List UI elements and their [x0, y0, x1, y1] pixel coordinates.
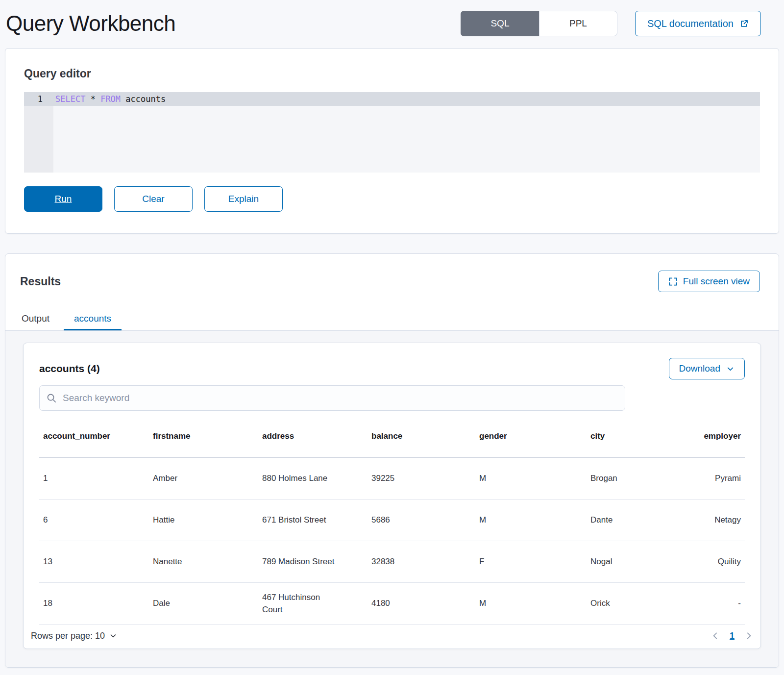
next-page-button[interactable]: [744, 631, 753, 640]
column-header-city: city: [587, 416, 698, 457]
table-cell: 4180: [368, 582, 475, 624]
column-header-balance: balance: [368, 416, 475, 457]
tab-accounts[interactable]: accounts: [64, 307, 122, 330]
run-button[interactable]: Run: [24, 186, 102, 212]
table-cell: 671 Bristol Street: [258, 499, 368, 541]
external-link-icon: [739, 19, 749, 28]
code-token-plain: accounts: [121, 94, 166, 104]
table-row: 18Dale467 Hutchinson Court4180MOrick-: [39, 582, 745, 624]
editor-button-row: Run Clear Explain: [24, 186, 760, 212]
column-header-employer: employer: [698, 416, 745, 457]
table-cell: 18: [39, 582, 149, 624]
table-cell: Nanette: [149, 541, 258, 582]
pagination-bar: Rows per page: 10 1: [31, 625, 753, 649]
tab-output[interactable]: Output: [11, 307, 60, 330]
table-cell: 13: [39, 541, 149, 582]
results-table: account_numberfirstnameaddressbalancegen…: [39, 416, 745, 625]
sql-documentation-label: SQL documentation: [647, 18, 734, 29]
table-cell: 467 Hutchinson Court: [258, 582, 368, 624]
panel-gap: [5, 234, 779, 253]
fullscreen-icon: [668, 277, 678, 286]
rows-per-page-label: Rows per page: 10: [31, 631, 105, 641]
top-bar: Query Workbench SQLPPL SQL documentation: [5, 0, 779, 48]
table-cell: 789 Madison Street: [258, 541, 368, 582]
editor-active-line: 1 SELECT * FROM accounts: [24, 92, 760, 106]
table-cell: Netagy: [698, 499, 745, 541]
table-row: 1Amber880 Holmes Lane39225MBroganPyrami: [39, 457, 745, 499]
previous-page-button[interactable]: [711, 631, 720, 640]
language-toggle-ppl[interactable]: PPL: [539, 11, 617, 36]
table-cell: Dale: [149, 582, 258, 624]
table-row: 6Hattie671 Bristol Street5686MDanteNetag…: [39, 499, 745, 541]
rows-per-page-selector[interactable]: Rows per page: 10: [31, 631, 117, 641]
code-token-plain: *: [85, 94, 100, 104]
table-row: 13Nanette789 Madison Street32838FNogalQu…: [39, 541, 745, 582]
column-header-address: address: [258, 416, 368, 457]
table-cell: Quility: [698, 541, 745, 582]
language-toggle-group: SQLPPL: [461, 11, 617, 36]
table-cell: Brogan: [587, 457, 698, 499]
table-cell: -: [698, 582, 745, 624]
table-cell: Hattie: [149, 499, 258, 541]
table-cell: 6: [39, 499, 149, 541]
full-screen-view-label: Full screen view: [683, 276, 750, 287]
code-token-keyword: SELECT: [55, 94, 85, 104]
results-body: accounts (4) Download: [5, 331, 779, 667]
table-header: account_numberfirstnameaddressbalancegen…: [39, 416, 745, 457]
sql-code-line: SELECT * FROM accounts: [53, 92, 166, 106]
table-cell: Orick: [587, 582, 698, 624]
page-controls: 1: [711, 631, 753, 641]
sql-documentation-button[interactable]: SQL documentation: [635, 11, 761, 36]
table-cell: M: [475, 499, 587, 541]
explain-button[interactable]: Explain: [204, 186, 283, 212]
code-token-keyword: FROM: [100, 94, 121, 104]
table-card-title: accounts (4): [39, 363, 100, 375]
page-title: Query Workbench: [6, 11, 461, 36]
line-number: 1: [24, 92, 53, 106]
search-icon: [47, 393, 57, 403]
chevron-down-icon: [726, 365, 735, 373]
accounts-table-card: accounts (4) Download: [23, 343, 761, 649]
full-screen-view-button[interactable]: Full screen view: [658, 271, 760, 292]
sql-editor[interactable]: 1 SELECT * FROM accounts: [24, 92, 760, 173]
table-cell: 39225: [368, 457, 475, 499]
table-cell: 32838: [368, 541, 475, 582]
page-number[interactable]: 1: [730, 631, 735, 641]
download-button[interactable]: Download: [669, 358, 745, 379]
language-toggle-sql[interactable]: SQL: [461, 11, 539, 36]
table-cell: M: [475, 457, 587, 499]
editor-gutter: [24, 106, 53, 173]
table-card-header: accounts (4) Download: [39, 357, 745, 380]
table-cell: 1: [39, 457, 149, 499]
results-header: Results Full screen view: [5, 254, 779, 292]
search-box: [39, 385, 625, 411]
query-editor-heading: Query editor: [24, 67, 760, 80]
results-heading: Results: [20, 275, 61, 288]
query-editor-panel: Query editor 1 SELECT * FROM accounts Ru…: [5, 48, 779, 234]
table-cell: 880 Holmes Lane: [258, 457, 368, 499]
table-cell: Pyrami: [698, 457, 745, 499]
download-label: Download: [679, 363, 721, 374]
search-input[interactable]: [63, 393, 618, 403]
column-header-gender: gender: [475, 416, 587, 457]
table-cell: Dante: [587, 499, 698, 541]
column-header-firstname: firstname: [149, 416, 258, 457]
query-workbench-page: Query Workbench SQLPPL SQL documentation…: [0, 0, 784, 668]
table-cell: M: [475, 582, 587, 624]
chevron-down-icon: [109, 632, 117, 640]
table-cell: Amber: [149, 457, 258, 499]
results-panel: Results Full screen view Outputaccounts …: [5, 253, 779, 668]
clear-button[interactable]: Clear: [114, 186, 193, 212]
column-header-account_number: account_number: [39, 416, 149, 457]
results-tabs: Outputaccounts: [5, 307, 779, 331]
table-cell: F: [475, 541, 587, 582]
table-cell: 5686: [368, 499, 475, 541]
table-cell: Nogal: [587, 541, 698, 582]
